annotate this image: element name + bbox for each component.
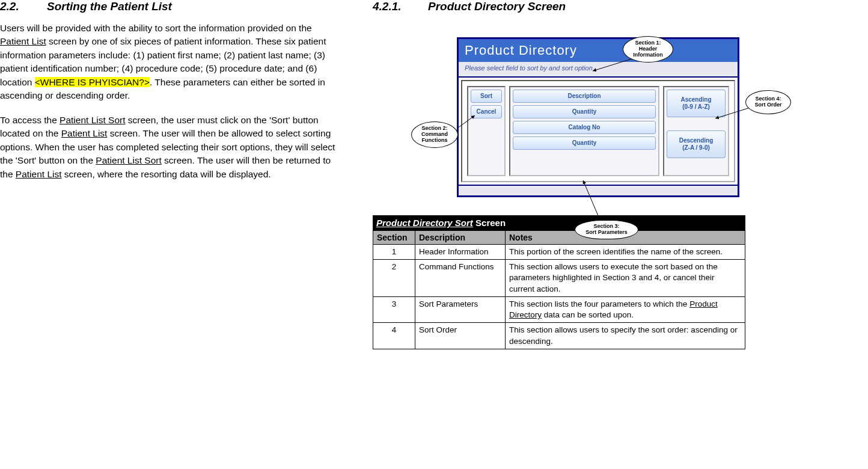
right-column: 4.2.1.Product Directory Screen Section 1… — [349, 0, 769, 469]
highlighted-note: <WHERE IS PHYISCIAN?> — [35, 77, 150, 87]
col-description: Description — [415, 231, 506, 245]
heading-text: Sorting the Patient List — [47, 0, 172, 13]
cell-notes: This section allows users to execute the… — [506, 260, 745, 297]
param-quantity-button[interactable]: Quantity — [513, 105, 656, 118]
cell-description: Sort Parameters — [415, 296, 506, 322]
table-header-row: Section Description Notes — [373, 231, 745, 245]
patient-list-sort-link: Patient List Sort — [60, 115, 125, 125]
table-row: 1 Header Information This portion of the… — [373, 245, 745, 260]
param-quantity-2-button[interactable]: Quantity — [513, 136, 656, 150]
ascending-button[interactable]: Ascending(0-9 / A-Z) — [667, 90, 726, 117]
table-row: 3 Sort Parameters This section lists the… — [373, 296, 745, 322]
text: To access the — [0, 115, 60, 125]
patient-list-sort-link: Patient List Sort — [96, 155, 161, 165]
col-section: Section — [373, 231, 415, 245]
cell-description: Command Functions — [415, 260, 506, 297]
product-directory-mock: Product Directory Please select field to… — [457, 37, 739, 197]
patient-list-link: Patient List — [61, 128, 108, 138]
text: Users will be provided with the ability … — [0, 23, 312, 33]
cell-section: 4 — [373, 323, 415, 349]
callout-section-4: Section 4:Sort Order — [745, 90, 791, 114]
callout-section-3: Section 3:Sort Parameters — [575, 220, 638, 239]
sort-order-panel: Ascending(0-9 / A-Z) Descending(Z-A / 9-… — [663, 86, 729, 176]
patient-list-link: Patient List — [16, 169, 62, 179]
callout-section-1: Section 1:HeaderInformation — [623, 36, 673, 63]
command-functions-panel: Sort Cancel — [467, 86, 506, 176]
heading-text: Product Directory Screen — [428, 0, 566, 13]
mock-header: Product Directory — [459, 39, 738, 62]
section-2-2-heading: 2.2.Sorting the Patient List — [0, 0, 343, 13]
body-paragraphs: Users will be provided with the ability … — [0, 22, 343, 181]
sort-parameters-panel: Description Quantity Catalog No Quantity — [509, 86, 659, 176]
section-4-2-1-heading: 4.2.1.Product Directory Screen — [373, 0, 769, 13]
cell-section: 3 — [373, 296, 415, 322]
table-row: 4 Sort Order This section allows users t… — [373, 323, 745, 349]
screenshot-wrapper: Section 1:HeaderInformation Section 2:Co… — [457, 37, 793, 197]
mock-footer — [459, 185, 738, 195]
callout-section-2: Section 2:CommandFunctions — [411, 121, 458, 148]
cell-description: Header Information — [415, 245, 506, 260]
left-column: 2.2.Sorting the Patient List Users will … — [0, 0, 349, 469]
mock-subtitle: Please select field to sort by and sort … — [459, 62, 738, 78]
heading-number: 4.2.1. — [373, 0, 428, 13]
spec-table: Product Directory Sort Screen Section De… — [373, 215, 745, 349]
param-catalog-no-button[interactable]: Catalog No — [513, 121, 656, 134]
cell-notes: This section allows users to specify the… — [506, 323, 745, 349]
mock-body: Sort Cancel Description Quantity Catalog… — [461, 80, 735, 182]
table-row: 2 Command Functions This section allows … — [373, 260, 745, 297]
cancel-button[interactable]: Cancel — [471, 105, 502, 118]
cell-notes: This portion of the screen identifies th… — [506, 245, 745, 260]
heading-number: 2.2. — [0, 0, 47, 13]
cell-section: 2 — [373, 260, 415, 297]
text: screen, where the resorting data will be… — [62, 169, 271, 179]
cell-description: Sort Order — [415, 323, 506, 349]
cell-notes: This section lists the four parameters t… — [506, 296, 745, 322]
sort-button[interactable]: Sort — [471, 90, 502, 103]
descending-button[interactable]: Descending(Z-A / 9-0) — [667, 130, 726, 158]
patient-list-link: Patient List — [0, 36, 46, 46]
cell-section: 1 — [373, 245, 415, 260]
param-description-button[interactable]: Description — [513, 90, 656, 103]
table-caption: Product Directory Sort Screen — [373, 215, 745, 230]
